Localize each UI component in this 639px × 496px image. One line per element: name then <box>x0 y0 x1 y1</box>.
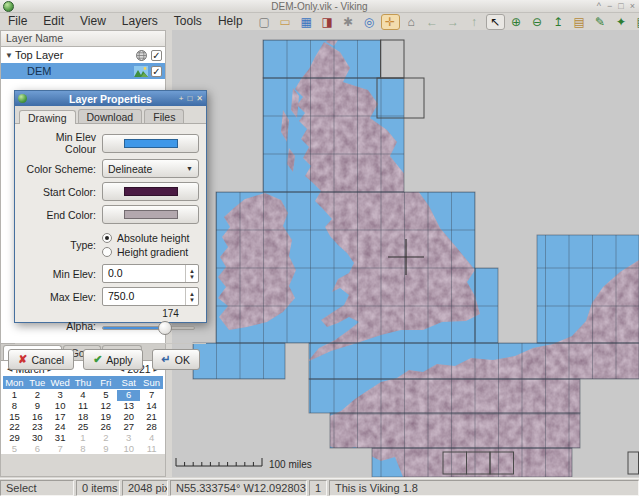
go-forward-button[interactable]: → <box>444 14 463 30</box>
cancel-button-label: Cancel <box>31 354 64 366</box>
alpha-slider[interactable] <box>102 326 195 330</box>
layer-visible-checkbox[interactable]: ✓ <box>151 50 162 61</box>
menu-layers[interactable]: Layers <box>114 13 166 30</box>
zoom-out-button[interactable]: ⊖ <box>528 14 547 30</box>
layers-globe-icon <box>135 49 148 62</box>
calendar-day[interactable]: 10 <box>49 401 72 412</box>
edit-note-icon: ▤ <box>573 15 584 29</box>
min-elev-label: Min Elev: <box>22 268 102 280</box>
calendar-day[interactable]: 11 <box>72 401 95 412</box>
day-header: Wed <box>49 376 72 389</box>
calendar-day[interactable]: 6 <box>26 444 49 455</box>
radio-height-gradient[interactable]: Height gradient <box>102 245 199 258</box>
maximize-window-icon[interactable]: □ <box>618 0 623 12</box>
ok-button-label: OK <box>175 354 190 366</box>
exit-icon: ◨ <box>321 15 332 29</box>
window-titlebar: DEM-Only.vik - Viking ^−□× <box>0 0 639 13</box>
menu-view[interactable]: View <box>72 13 114 30</box>
toolbar: ▢▭▦◨✱◎✛⌂←→↑↖⊕⊖↥▤✎✦▦◧▮ʒ <box>255 14 639 30</box>
select-tool-button[interactable]: ↖ <box>486 14 505 30</box>
preferences-button[interactable]: ✱ <box>339 14 358 30</box>
home-location-button[interactable]: ⌂ <box>402 14 421 30</box>
acquire-button[interactable]: ✎ <box>591 14 610 30</box>
calendar-day[interactable]: 10 <box>117 444 140 455</box>
day-header: Tue <box>26 376 49 389</box>
color-scheme-select[interactable]: Delineate ▼ <box>102 159 199 178</box>
map-viewport[interactable]: 100 miles <box>172 30 639 477</box>
calendar-day[interactable]: 13 <box>117 401 140 412</box>
max-elev-spinner[interactable]: 750.0 ▲▼ <box>102 287 199 306</box>
end-color-button[interactable] <box>102 205 199 224</box>
start-color-button[interactable] <box>102 182 199 201</box>
calendar-day[interactable]: 9 <box>94 444 117 455</box>
statusbar: Select 0 items 2048 pixelfact N55.333754… <box>0 478 639 496</box>
tools-button[interactable]: ✦ <box>612 14 631 30</box>
dialog-controls: +□✕ <box>179 94 203 104</box>
dialog-title: Layer Properties <box>15 93 206 105</box>
layer-row-dem[interactable]: DEM ✓ <box>1 63 165 79</box>
go-up-button[interactable]: ↑ <box>465 14 484 30</box>
acquire-icon: ✎ <box>595 15 605 29</box>
radio-absolute-height[interactable]: Absolute height <box>102 231 199 244</box>
menu-edit[interactable]: Edit <box>35 13 72 30</box>
layer-visible-checkbox[interactable]: ✓ <box>151 66 162 77</box>
calendar-day[interactable]: 11 <box>140 444 163 455</box>
calendar-day[interactable]: 9 <box>26 401 49 412</box>
spin-down-icon[interactable]: ▼ <box>189 297 195 303</box>
save-icon: ▦ <box>300 15 311 29</box>
layer-row-top-layer[interactable]: ▼ Top Layer ✓ <box>1 47 165 63</box>
dialog-action-buttons: ✘Cancel✔Apply↵OK <box>15 343 206 375</box>
tab-drawing[interactable]: Drawing <box>19 110 76 124</box>
open-folder-button[interactable]: ▭ <box>276 14 295 30</box>
zoom-in-button[interactable]: ⊕ <box>507 14 526 30</box>
radio-icon <box>102 233 112 243</box>
calendar-day[interactable]: 14 <box>140 401 163 412</box>
minimize-window-icon[interactable]: − <box>607 0 612 12</box>
show-picture-button[interactable]: ▦ <box>633 14 639 30</box>
calendar-day-headers: MonTueWedThuFriSatSun <box>3 376 163 389</box>
go-back-button[interactable]: ← <box>423 14 442 30</box>
maximize-dialog-icon[interactable]: □ <box>187 94 192 104</box>
shade-dialog-icon[interactable]: + <box>179 94 184 104</box>
exit-button[interactable]: ◨ <box>318 14 337 30</box>
apply-button[interactable]: ✔Apply <box>83 349 142 370</box>
min-elev-spinner[interactable]: 0.0 ▲▼ <box>102 264 199 283</box>
dialog-titlebar[interactable]: Layer Properties +□✕ <box>15 91 206 106</box>
calendar-day[interactable]: 5 <box>3 444 26 455</box>
layer-properties-dialog: Layer Properties +□✕ DrawingDownloadFile… <box>14 90 207 323</box>
scale-bar-label: 100 miles <box>269 459 312 470</box>
ok-button[interactable]: ↵OK <box>152 349 200 370</box>
center-view-button[interactable]: ◎ <box>360 14 379 30</box>
menu-tools[interactable]: Tools <box>166 13 210 30</box>
menu-help[interactable]: Help <box>210 13 251 30</box>
calendar-day[interactable]: 8 <box>72 444 95 455</box>
day-header: Sun <box>140 376 163 389</box>
shade-window-icon[interactable]: ^ <box>597 0 601 12</box>
start-color-swatch <box>124 187 178 196</box>
statusbar-zoom[interactable]: 2048 pixelfact <box>122 480 168 496</box>
menu-file[interactable]: File <box>0 13 35 30</box>
min-elev-colour-button[interactable] <box>102 134 199 153</box>
apply-button-label: Apply <box>106 354 132 366</box>
close-window-icon[interactable]: × <box>630 0 635 12</box>
cancel-button[interactable]: ✘Cancel <box>8 349 74 370</box>
edit-note-button[interactable]: ▤ <box>570 14 589 30</box>
calendar-day[interactable]: 7 <box>49 444 72 455</box>
end-color-swatch <box>124 210 178 219</box>
tab-download[interactable]: Download <box>78 109 143 123</box>
tab-files[interactable]: Files <box>144 109 184 123</box>
gps-upload-button[interactable]: ↥ <box>549 14 568 30</box>
save-button[interactable]: ▦ <box>297 14 316 30</box>
calendar-day[interactable]: 12 <box>94 401 117 412</box>
pan-tool-button[interactable]: ✛ <box>381 14 400 30</box>
menubar: FileEditViewLayersToolsHelp <box>0 13 251 30</box>
alpha-slider-handle[interactable] <box>158 321 172 335</box>
expander-icon[interactable]: ▼ <box>5 51 15 60</box>
pan-tool-icon: ✛ <box>385 15 395 29</box>
new-file-button[interactable]: ▢ <box>255 14 274 30</box>
calendar-day[interactable]: 8 <box>3 401 26 412</box>
spin-down-icon[interactable]: ▼ <box>189 274 195 280</box>
close-dialog-icon[interactable]: ✕ <box>196 94 203 104</box>
go-forward-icon: → <box>447 15 459 29</box>
zoom-out-icon: ⊖ <box>532 15 542 29</box>
